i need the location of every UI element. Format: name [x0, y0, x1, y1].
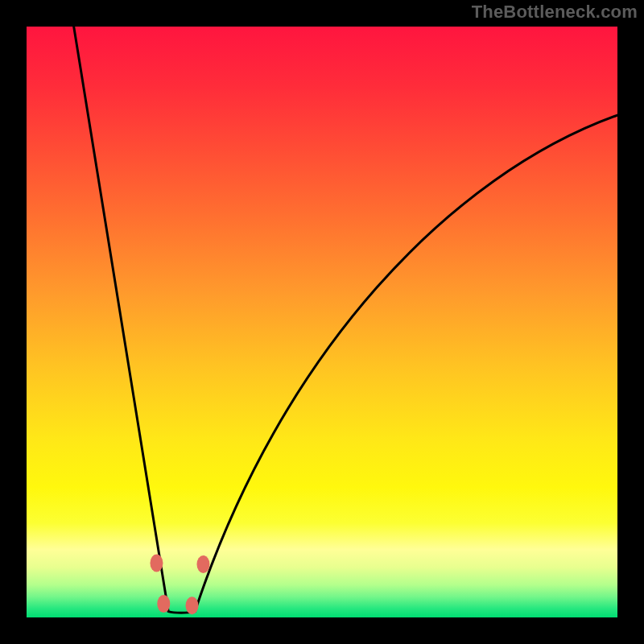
chart-svg [27, 27, 617, 617]
marker-dot-0 [150, 554, 163, 572]
gradient-background [27, 27, 617, 617]
marker-dot-1 [157, 595, 170, 613]
marker-dot-2 [186, 597, 199, 614]
outer-frame: TheBottleneck.com [0, 0, 644, 644]
watermark-text: TheBottleneck.com [472, 2, 638, 23]
plot-area [27, 27, 617, 617]
marker-dot-3 [196, 555, 209, 573]
